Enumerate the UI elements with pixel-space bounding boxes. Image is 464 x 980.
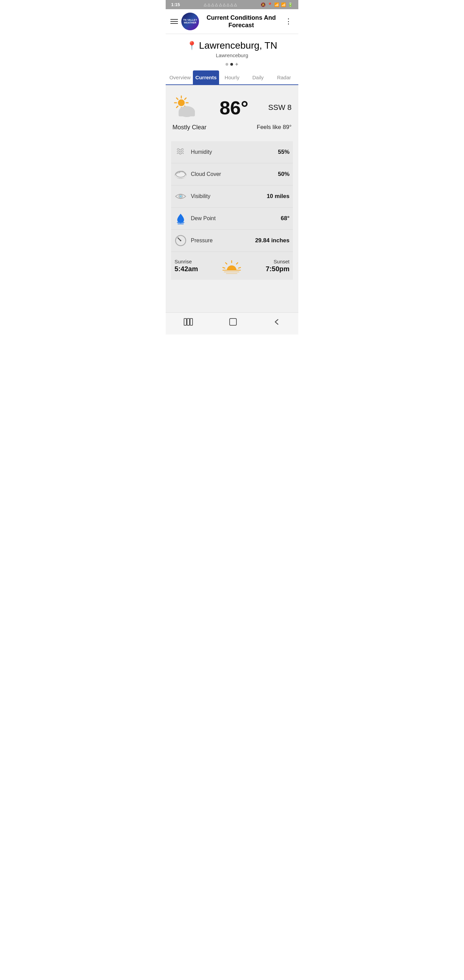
svg-rect-34	[187, 318, 189, 325]
partly-cloudy-icon	[172, 94, 202, 118]
visibility-row: Visibility 10 miles	[171, 185, 293, 208]
status-bar: 1:15 △ △ △ △ △ △ △ △ △ 🔕 📍 📶 📶 🔋	[166, 0, 298, 9]
location-dot-2[interactable]	[230, 63, 233, 66]
feels-like: Feels like 89°	[257, 124, 292, 131]
cloud-cover-row: Cloud Cover 50%	[171, 163, 293, 185]
humidity-icon	[175, 146, 187, 158]
tab-currents[interactable]: Currents	[193, 70, 219, 84]
main-content: 86° SSW 8 Mostly Clear Feels like 89° Hu…	[166, 85, 298, 285]
wind-display: SSW 8	[269, 103, 292, 112]
sunrise-info: Sunrise 5:42am	[175, 259, 198, 273]
visibility-label: Visibility	[191, 193, 262, 199]
pin-icon: 📍	[187, 41, 197, 50]
tab-bar: Overview Currents Hourly Daily Radar	[166, 70, 298, 85]
location-dot-1[interactable]	[226, 63, 228, 66]
home-button[interactable]	[229, 318, 237, 328]
status-icons: 🔕 📍 📶 📶 🔋	[261, 2, 293, 7]
weather-icon	[172, 94, 200, 121]
location-dots: +	[171, 62, 293, 67]
svg-rect-36	[230, 318, 237, 325]
add-location-button[interactable]: +	[235, 62, 238, 67]
tab-hourly[interactable]: Hourly	[219, 70, 245, 84]
bottom-spacer	[166, 285, 298, 312]
more-menu-button[interactable]: ⋮	[283, 16, 294, 27]
cloud-cover-value: 50%	[278, 171, 289, 178]
status-alerts: △ △ △ △ △ △ △ △ △	[204, 2, 237, 7]
dewpoint-icon	[175, 212, 187, 224]
svg-rect-12	[179, 111, 195, 116]
app-logo: TN VALLEY WEATHER	[181, 13, 199, 30]
sunset-label: Sunset	[266, 259, 289, 264]
svg-line-5	[176, 106, 178, 108]
dew-point-label: Dew Point	[191, 215, 276, 221]
mute-icon: 🔕	[261, 2, 266, 7]
sunset-info: Sunset 7:50pm	[266, 259, 289, 273]
weather-description: Mostly Clear	[172, 124, 207, 131]
humidity-row: Humidity 55%	[171, 141, 293, 163]
sunrise-label: Sunrise	[175, 259, 198, 264]
pressure-value: 29.84 inches	[255, 237, 289, 244]
svg-line-29	[237, 263, 238, 264]
location-header: 📍 Lawrenceburg, TN Lawrenceburg +	[166, 34, 298, 70]
signal-icon: 📶	[281, 2, 286, 7]
bottom-nav	[166, 312, 298, 334]
sunrise-icon	[221, 257, 242, 274]
battery-icon: 🔋	[288, 2, 293, 7]
visibility-icon	[175, 190, 187, 202]
tab-radar[interactable]: Radar	[271, 70, 297, 84]
location-name: 📍 Lawrenceburg, TN	[171, 40, 293, 51]
visibility-value: 10 miles	[267, 193, 289, 200]
status-time: 1:15	[171, 2, 180, 7]
tab-daily[interactable]: Daily	[245, 70, 271, 84]
app-bar: TN VALLEY WEATHER Current Conditions And…	[166, 9, 298, 34]
location-status-icon: 📍	[267, 2, 272, 7]
current-weather-section: 86° SSW 8 Mostly Clear Feels like 89°	[171, 91, 293, 141]
location-sub: Lawrenceburg	[171, 52, 293, 58]
svg-point-24	[180, 240, 181, 241]
svg-line-7	[176, 98, 178, 99]
pressure-label: Pressure	[191, 237, 251, 243]
svg-line-30	[226, 263, 227, 264]
temperature-display: 86°	[219, 97, 248, 119]
weather-desc-row: Mostly Clear Feels like 89°	[171, 124, 293, 131]
svg-line-1	[185, 98, 186, 99]
svg-rect-33	[184, 318, 186, 325]
dew-point-value: 68°	[281, 215, 289, 222]
tab-overview[interactable]: Overview	[167, 70, 193, 84]
svg-point-19	[180, 195, 182, 197]
cloud-icon	[175, 168, 187, 180]
humidity-value: 55%	[278, 149, 289, 156]
sunset-time: 7:50pm	[266, 265, 289, 273]
app-title: Current Conditions And Forecast	[202, 14, 280, 29]
hamburger-menu[interactable]	[170, 19, 178, 24]
back-button[interactable]	[273, 318, 281, 328]
dew-point-row: Dew Point 68°	[171, 208, 293, 230]
svg-line-31	[238, 267, 240, 268]
weather-top-row: 86° SSW 8	[171, 94, 293, 121]
sunrise-time: 5:42am	[175, 265, 198, 273]
recent-apps-button[interactable]	[183, 318, 193, 328]
svg-point-8	[178, 99, 185, 106]
humidity-label: Humidity	[191, 149, 274, 155]
wifi-icon: 📶	[274, 2, 279, 7]
svg-rect-35	[190, 318, 192, 325]
pressure-icon	[175, 234, 187, 247]
svg-line-32	[223, 267, 225, 268]
cloud-cover-label: Cloud Cover	[191, 171, 274, 177]
pressure-row: Pressure 29.84 inches	[171, 230, 293, 252]
sun-row: Sunrise 5:42am Sunset 7:50pm	[171, 252, 293, 280]
